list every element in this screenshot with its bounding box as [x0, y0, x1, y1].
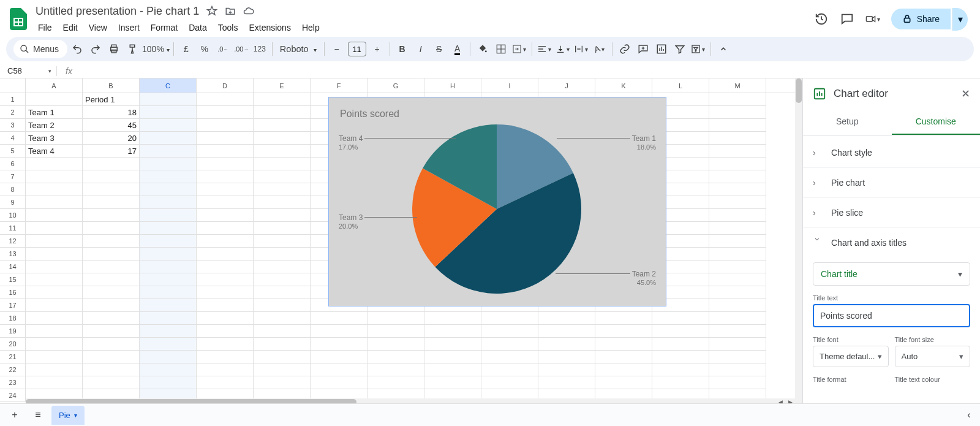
- cell[interactable]: [595, 325, 652, 338]
- sheet-tab[interactable]: Pie▾: [51, 406, 85, 425]
- cell[interactable]: [424, 338, 481, 351]
- cell[interactable]: [83, 209, 140, 222]
- cell[interactable]: [481, 351, 538, 363]
- cell[interactable]: [26, 338, 83, 351]
- cell[interactable]: [26, 312, 83, 325]
- cell[interactable]: [709, 338, 766, 351]
- cell[interactable]: [481, 363, 538, 376]
- cell[interactable]: [652, 338, 709, 351]
- title-type-select[interactable]: Chart title▾: [813, 262, 970, 286]
- cell[interactable]: [26, 376, 83, 389]
- cell[interactable]: [481, 338, 538, 351]
- close-icon[interactable]: ✕: [961, 87, 970, 101]
- cell[interactable]: [595, 351, 652, 363]
- cell[interactable]: [197, 248, 254, 261]
- cell[interactable]: [368, 376, 424, 389]
- col-header[interactable]: F: [311, 78, 368, 93]
- cell[interactable]: [140, 325, 197, 338]
- cell[interactable]: [140, 351, 197, 363]
- col-header[interactable]: I: [481, 78, 538, 93]
- cell[interactable]: [254, 145, 311, 158]
- increase-font-icon[interactable]: +: [369, 40, 386, 58]
- cell[interactable]: [709, 170, 766, 183]
- cell[interactable]: [652, 325, 709, 338]
- cell[interactable]: [709, 119, 766, 132]
- cell[interactable]: [709, 299, 766, 312]
- cell[interactable]: [83, 222, 140, 235]
- cell[interactable]: [140, 145, 197, 158]
- cell[interactable]: [311, 363, 368, 376]
- cell[interactable]: [83, 183, 140, 196]
- cell[interactable]: [254, 376, 311, 389]
- tab-customise[interactable]: Customise: [892, 109, 981, 135]
- cell[interactable]: [140, 209, 197, 222]
- cell[interactable]: [368, 351, 424, 363]
- share-button[interactable]: Share: [891, 9, 951, 29]
- cell[interactable]: [595, 376, 652, 389]
- cell[interactable]: [83, 338, 140, 351]
- cell[interactable]: [709, 351, 766, 363]
- cell[interactable]: [709, 183, 766, 196]
- cell[interactable]: [424, 312, 481, 325]
- cell[interactable]: [311, 312, 368, 325]
- col-header[interactable]: M: [709, 78, 766, 93]
- row-header[interactable]: 24: [0, 389, 26, 402]
- cell[interactable]: [254, 93, 311, 106]
- cell[interactable]: [140, 196, 197, 209]
- rotation-icon[interactable]: A: [591, 40, 608, 58]
- cell[interactable]: [254, 248, 311, 261]
- cell[interactable]: [26, 299, 83, 312]
- cell[interactable]: Team 4: [26, 145, 83, 158]
- cell[interactable]: [709, 248, 766, 261]
- insert-comment-icon[interactable]: [635, 40, 652, 58]
- cell[interactable]: [83, 299, 140, 312]
- doc-title[interactable]: Untitled presentation - Pie chart 1: [33, 4, 202, 19]
- cell[interactable]: 20: [83, 132, 140, 145]
- cell[interactable]: [709, 261, 766, 273]
- menu-data[interactable]: Data: [184, 20, 212, 35]
- cell[interactable]: [83, 351, 140, 363]
- h-align-icon[interactable]: [536, 40, 553, 58]
- cell[interactable]: [481, 325, 538, 338]
- cell[interactable]: [197, 273, 254, 286]
- currency-pound-icon[interactable]: £: [178, 40, 195, 58]
- row-header[interactable]: 2: [0, 106, 26, 119]
- title-fontsize-select[interactable]: Auto▾: [895, 346, 971, 367]
- cell[interactable]: Team 1: [26, 106, 83, 119]
- row-header[interactable]: 3: [0, 119, 26, 132]
- cell[interactable]: [595, 312, 652, 325]
- cell[interactable]: [709, 132, 766, 145]
- cell[interactable]: [709, 106, 766, 119]
- row-header[interactable]: 17: [0, 299, 26, 312]
- cell[interactable]: [26, 93, 83, 106]
- menu-file[interactable]: File: [33, 20, 57, 35]
- filter-icon[interactable]: [671, 40, 688, 58]
- cell[interactable]: [26, 209, 83, 222]
- col-header[interactable]: J: [538, 78, 595, 93]
- cell[interactable]: [26, 363, 83, 376]
- cell[interactable]: [140, 93, 197, 106]
- cell[interactable]: [197, 132, 254, 145]
- all-sheets-icon[interactable]: ≡: [28, 405, 48, 425]
- row-header[interactable]: 12: [0, 235, 26, 248]
- cell[interactable]: [254, 170, 311, 183]
- cell[interactable]: [254, 363, 311, 376]
- cell[interactable]: [83, 261, 140, 273]
- paint-format-icon[interactable]: [124, 40, 141, 58]
- cell[interactable]: Team 3: [26, 132, 83, 145]
- cell[interactable]: [26, 261, 83, 273]
- col-header[interactable]: K: [595, 78, 652, 93]
- cell[interactable]: [254, 183, 311, 196]
- cell[interactable]: [709, 158, 766, 170]
- spreadsheet-grid[interactable]: A B C D E F G H I J K L M 1Period 12Team…: [0, 78, 802, 406]
- cell[interactable]: [424, 325, 481, 338]
- row-header[interactable]: 1: [0, 93, 26, 106]
- cell[interactable]: [311, 338, 368, 351]
- cell[interactable]: [197, 170, 254, 183]
- cell[interactable]: 45: [83, 119, 140, 132]
- cell[interactable]: [254, 273, 311, 286]
- section-pie-chart[interactable]: › Pie chart: [803, 168, 980, 198]
- cell[interactable]: [140, 273, 197, 286]
- cell[interactable]: [709, 93, 766, 106]
- sheets-logo[interactable]: [7, 8, 29, 30]
